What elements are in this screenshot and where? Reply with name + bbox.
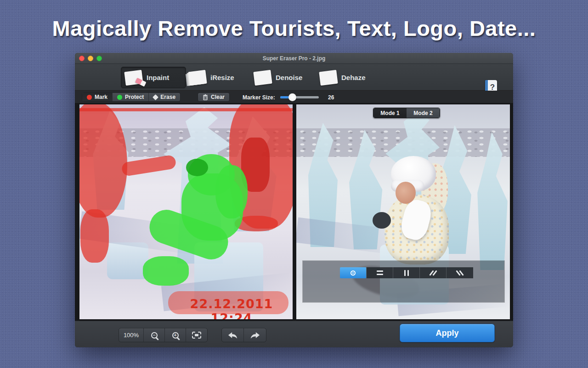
denoise-icon xyxy=(253,69,272,85)
tab-denoise-label: Denoise xyxy=(276,74,302,81)
main-tab-bar: Inpaint iResize Denoise Dehaze ? xyxy=(75,64,513,91)
zoom-in-icon: + xyxy=(172,332,179,339)
mode1-button[interactable]: Mode 1 xyxy=(373,108,407,118)
dehaze-icon xyxy=(319,69,338,85)
green-mark-boots xyxy=(143,256,189,286)
compare-vertical-split-button[interactable] xyxy=(393,267,420,278)
tab-denoise[interactable]: Denoise xyxy=(250,67,316,88)
baby-face xyxy=(396,182,416,204)
window-title: Super Eraser Pro - 2.jpg xyxy=(75,53,513,64)
marking-toolbar: Mark Protect Erase xyxy=(75,91,513,104)
bottom-bar: 100% – + xyxy=(75,321,513,347)
compare-target-button[interactable] xyxy=(340,267,367,278)
erase-label: Erase xyxy=(160,94,175,100)
protect-button[interactable]: Protect xyxy=(113,93,149,101)
green-mark-mitt xyxy=(186,159,208,176)
desktop-background: Magically Remove Tourists, Text, Logo, D… xyxy=(0,0,588,368)
compare-horizontal-split-button[interactable] xyxy=(367,267,393,278)
tab-iresize-label: iResize xyxy=(210,74,234,81)
erase-button[interactable]: Erase xyxy=(149,93,180,101)
tab-iresize[interactable]: iResize xyxy=(185,67,250,88)
marketing-headline: Magically Remove Tourists, Text, Logo, D… xyxy=(0,16,588,41)
vertical-split-icon xyxy=(404,270,409,276)
undo-icon xyxy=(228,332,238,339)
app-window: Super Eraser Pro - 2.jpg Inpaint iResize… xyxy=(75,53,513,347)
history-controls-group xyxy=(221,328,266,342)
inpaint-icon xyxy=(124,69,143,85)
clear-button[interactable]: Clear xyxy=(198,92,230,102)
fit-to-screen-button[interactable] xyxy=(186,328,207,342)
tab-dehaze[interactable]: Dehaze xyxy=(316,67,381,88)
close-window-button[interactable] xyxy=(79,56,85,61)
source-image-canvas[interactable]: 22.12.2011 12:24 xyxy=(79,104,293,319)
horizontal-split-icon xyxy=(377,270,383,275)
zoom-level-display: 100% xyxy=(119,328,144,342)
compare-mode-group xyxy=(340,267,473,278)
tab-inpaint[interactable]: Inpaint xyxy=(121,67,186,88)
clear-label: Clear xyxy=(211,94,225,100)
erase-icon xyxy=(153,94,158,100)
ice-block xyxy=(107,242,148,279)
slider-thumb[interactable] xyxy=(288,93,296,101)
zoom-window-button[interactable] xyxy=(96,56,102,61)
protect-dot-icon xyxy=(117,95,122,100)
tab-dehaze-label: Dehaze xyxy=(341,74,366,81)
protect-label: Protect xyxy=(125,94,144,100)
mark-button[interactable]: Mark xyxy=(82,93,113,101)
marker-size-label: Marker Size: xyxy=(243,94,275,101)
apply-button[interactable]: Apply xyxy=(400,324,495,342)
marker-mode-group: Mark Protect Erase xyxy=(82,92,181,102)
diagonal-right-split-icon xyxy=(458,270,462,276)
mark-label: Mark xyxy=(95,94,107,100)
baby-mitten xyxy=(373,212,391,229)
compare-diagonal-right-button[interactable] xyxy=(447,267,473,278)
minimize-window-button[interactable] xyxy=(88,56,93,61)
zoom-out-button[interactable]: – xyxy=(144,328,165,342)
result-image-canvas[interactable]: Mode 1 Mode 2 xyxy=(296,104,510,319)
title-bar: Super Eraser Pro - 2.jpg xyxy=(75,53,513,64)
redo-icon xyxy=(250,332,260,339)
marker-size-value: 26 xyxy=(328,94,334,101)
mark-dot-icon xyxy=(87,95,92,100)
red-mark-left-person xyxy=(79,104,127,218)
zoom-controls-group: 100% – + xyxy=(119,328,208,342)
red-mark-scarf xyxy=(121,155,176,177)
editor-content: 22.12.2011 12:24 xyxy=(75,104,513,321)
iresize-icon xyxy=(188,69,207,85)
marker-size-slider[interactable] xyxy=(280,96,319,98)
tab-inpaint-label: Inpaint xyxy=(147,74,169,81)
compare-target-icon xyxy=(351,270,356,276)
date-stamp-text: 22.12.2011 12:24 xyxy=(171,297,292,319)
diagonal-left-split-icon xyxy=(431,270,435,276)
mode-switch-group: Mode 1 Mode 2 xyxy=(373,108,440,118)
mode2-button[interactable]: Mode 2 xyxy=(407,108,440,118)
zoom-out-icon: – xyxy=(151,332,158,339)
fit-screen-icon xyxy=(192,332,201,339)
compare-diagonal-left-button[interactable] xyxy=(420,267,447,278)
zoom-in-button[interactable]: + xyxy=(165,328,186,342)
redo-button[interactable] xyxy=(244,328,266,342)
trash-icon xyxy=(203,94,208,100)
undo-button[interactable] xyxy=(222,328,244,342)
red-mark-left-leg xyxy=(80,209,109,263)
